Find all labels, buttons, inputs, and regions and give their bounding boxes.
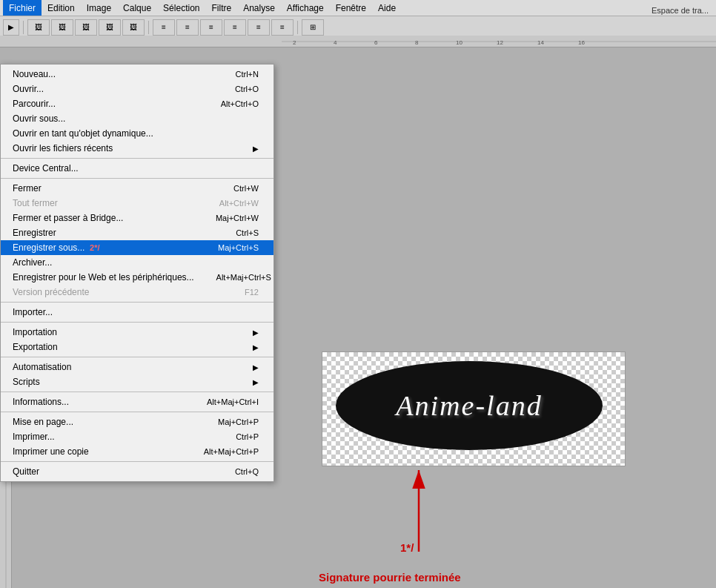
logo-oval: Anime-land: [336, 361, 603, 450]
toolbar-btn-2[interactable]: 🖼: [27, 19, 50, 36]
toolbar-btn-1[interactable]: ▶: [3, 19, 19, 36]
toolbar-separator-3: [297, 21, 298, 34]
svg-text:2: 2: [293, 39, 296, 46]
toolbar-btn-4[interactable]: 🖼: [75, 19, 97, 36]
menu-quitter[interactable]: Quitter Ctrl+Q: [1, 464, 274, 479]
menu-mise-en-page[interactable]: Mise en page... Maj+Ctrl+P: [1, 414, 274, 429]
menubar: Fichier Edition Image Calque Sélection F…: [0, 0, 716, 16]
menu-imprimer-copie[interactable]: Imprimer une copie Alt+Maj+Ctrl+P: [1, 444, 274, 459]
toolbar-btn-12[interactable]: ≡: [271, 19, 294, 36]
menu-informations[interactable]: Informations... Alt+Maj+Ctrl+I: [1, 394, 274, 409]
menu-version-precedente[interactable]: Version précédente F12: [1, 285, 274, 300]
menu-fermer[interactable]: Fermer Ctrl+W: [1, 181, 274, 196]
menu-sep-6: [1, 392, 274, 392]
svg-text:10: 10: [456, 39, 463, 46]
menu-enregistrer[interactable]: Enregistrer Ctrl+S: [1, 225, 274, 240]
toolbar-btn-9[interactable]: ≡: [200, 19, 222, 36]
svg-text:8: 8: [415, 39, 419, 46]
menu-importation[interactable]: Importation ▶: [1, 325, 274, 340]
svg-text:12: 12: [497, 39, 503, 46]
menu-scripts[interactable]: Scripts ▶: [1, 374, 274, 389]
toolbar-separator-1: [23, 21, 24, 34]
menu-image[interactable]: Image: [81, 0, 117, 16]
menu-tout-fermer[interactable]: Tout fermer Alt+Ctrl+W: [1, 196, 274, 211]
menu-enregistrer-sous[interactable]: Enregistrer sous... 2*/ Maj+Ctrl+S: [1, 240, 274, 255]
menu-exportation[interactable]: Exportation ▶: [1, 340, 274, 354]
menu-filtre[interactable]: Filtre: [205, 0, 237, 16]
menu-ouvrir-dynamique[interactable]: Ouvrir en tant qu'objet dynamique...: [1, 126, 274, 141]
menu-imprimer[interactable]: Imprimer... Ctrl+P: [1, 429, 274, 444]
file-menu-dropdown: Nouveau... Ctrl+N Ouvrir... Ctrl+O Parco…: [0, 64, 274, 482]
menu-ouvrir-sous[interactable]: Ouvrir sous...: [1, 111, 274, 126]
menu-sep-4: [1, 322, 274, 323]
menu-selection[interactable]: Sélection: [157, 0, 205, 16]
menu-device-central[interactable]: Device Central...: [1, 161, 274, 176]
menu-importer[interactable]: Importer...: [1, 305, 274, 320]
menu-fichiers-recents[interactable]: Ouvrir les fichiers récents ▶: [1, 141, 274, 156]
svg-text:1*/: 1*/: [400, 541, 414, 554]
toolbar-btn-10[interactable]: ≡: [224, 19, 246, 36]
menu-nouveau[interactable]: Nouveau... Ctrl+N: [1, 67, 274, 82]
toolbar-btn-11[interactable]: ≡: [248, 19, 270, 36]
toolbar-btn-5[interactable]: 🖼: [99, 19, 121, 36]
menu-enregistrer-web[interactable]: Enregistrer pour le Web et les périphéri…: [1, 270, 274, 285]
logo-text: Anime-land: [396, 389, 542, 422]
svg-text:6: 6: [374, 39, 378, 46]
menu-automatisation[interactable]: Automatisation ▶: [1, 360, 274, 374]
menu-aide[interactable]: Aide: [372, 0, 402, 16]
menu-sep-1: [1, 158, 274, 159]
menu-sep-8: [1, 461, 274, 462]
menu-ouvrir[interactable]: Ouvrir... Ctrl+O: [1, 82, 274, 96]
svg-text:16: 16: [578, 39, 585, 46]
menu-affichage[interactable]: Affichage: [281, 0, 330, 16]
toolbar-btn-3[interactable]: 🖼: [51, 19, 73, 36]
document-window: Anime-land: [322, 351, 626, 466]
menu-calque[interactable]: Calque: [117, 0, 157, 16]
menu-edition[interactable]: Edition: [42, 0, 81, 16]
menu-fermer-bridge[interactable]: Fermer et passer à Bridge... Maj+Ctrl+W: [1, 211, 274, 225]
menu-sep-2: [1, 178, 274, 179]
menu-sep-7: [1, 412, 274, 412]
toolbar-btn-6[interactable]: 🖼: [122, 19, 145, 36]
svg-text:14: 14: [537, 39, 544, 46]
menu-archiver[interactable]: Archiver...: [1, 255, 274, 270]
menu-parcourir[interactable]: Parcourir... Alt+Ctrl+O: [1, 96, 274, 111]
toolbar-btn-13[interactable]: ⊞: [302, 19, 324, 36]
toolbar-btn-8[interactable]: ≡: [176, 19, 199, 36]
workspace-label: Espace de tra...: [652, 6, 709, 15]
svg-text:Signature pourrie terminée: Signature pourrie terminée: [319, 571, 461, 584]
menu-fichier[interactable]: Fichier: [3, 0, 42, 16]
toolbar-separator-2: [148, 21, 149, 34]
menu-analyse[interactable]: Analyse: [237, 0, 281, 16]
menu-sep-3: [1, 302, 274, 303]
svg-text:4: 4: [334, 39, 337, 46]
menu-fenetre[interactable]: Fenêtre: [330, 0, 372, 16]
toolbar-btn-7[interactable]: ≡: [153, 19, 175, 36]
menu-sep-5: [1, 357, 274, 357]
ruler-horizontal: 2 4 6 8 10 12 14 16: [0, 36, 716, 47]
